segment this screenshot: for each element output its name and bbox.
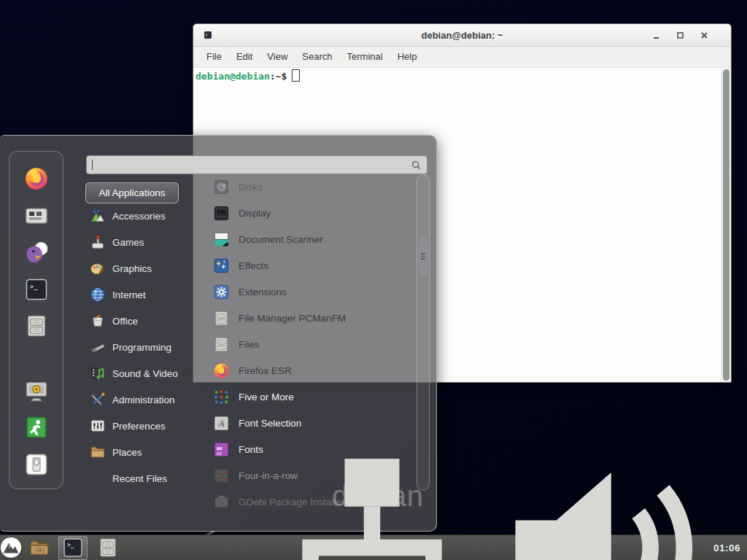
places-icon: [90, 444, 106, 460]
screen: debian debian@debian: ~ FileEditViewSear…: [0, 0, 747, 560]
graphics-icon: [90, 260, 106, 276]
minimize-button[interactable]: [651, 31, 661, 40]
category-accessories[interactable]: Accessories: [85, 203, 209, 229]
search-box: [86, 155, 427, 174]
favorite-file-manager[interactable]: [23, 314, 50, 339]
maximize-button[interactable]: [676, 31, 685, 40]
favorite-lock-screen[interactable]: [23, 378, 50, 404]
search-icon: [411, 160, 422, 171]
display-icon: [213, 205, 230, 222]
favorites-panel: >_: [9, 151, 63, 489]
category-all-applications[interactable]: All Applications: [85, 182, 179, 203]
system-tray: 01:06: [263, 438, 747, 560]
accessories-icon: [90, 208, 106, 224]
internet-icon: [90, 287, 106, 303]
category-games[interactable]: Games: [85, 229, 209, 255]
screensaver-icon: [24, 378, 49, 403]
games-icon: [90, 234, 106, 250]
folder-icon: [D]: [28, 537, 50, 559]
svg-text:aa: aa: [217, 450, 222, 456]
gdebi-icon: [213, 494, 230, 510]
category-programming[interactable]: Programming: [85, 334, 209, 360]
favorite-software[interactable]: [23, 203, 50, 229]
app-disks[interactable]: Disks: [206, 174, 410, 200]
terminal-menu-item[interactable]: File: [199, 47, 229, 67]
menu-button-icon: [0, 537, 22, 559]
svg-text:A: A: [218, 419, 225, 429]
terminal-titlebar[interactable]: debian@debian: ~: [193, 24, 731, 47]
app-firefox-esr[interactable]: Firefox ESR: [206, 357, 410, 384]
document-scanner-icon: [213, 231, 230, 248]
terminal-menubar: FileEditViewSearchTerminalHelp: [193, 47, 731, 68]
terminal-prompt: debian@debian:~$: [196, 69, 300, 83]
category-recent-files[interactable]: Recent Files: [85, 465, 209, 491]
category-internet[interactable]: Internet: [85, 281, 209, 308]
app-display[interactable]: Display: [206, 200, 410, 226]
svg-text:>_: >_: [67, 541, 74, 548]
svg-text:>_: >_: [29, 281, 38, 289]
category-office[interactable]: Office: [85, 308, 209, 334]
favorite-pidgin[interactable]: [23, 240, 50, 265]
four-in-a-row-icon: [213, 467, 230, 484]
terminal-icon: >_: [24, 277, 49, 302]
app-font-selection[interactable]: A Font Selection: [206, 410, 410, 436]
preferences-icon: [90, 418, 106, 434]
prompt-path: :~$: [270, 71, 287, 82]
category-preferences[interactable]: Preferences: [85, 413, 209, 439]
taskbar-menu-button[interactable]: [0, 537, 22, 559]
terminal-menu-item[interactable]: Terminal: [340, 47, 390, 67]
category-graphics[interactable]: Graphics: [85, 255, 209, 281]
disks-icon: [213, 179, 230, 195]
category-sound-video[interactable]: Sound & Video: [85, 360, 209, 386]
terminal-window-title: debian@debian: ~: [193, 30, 731, 41]
terminal-menu-item[interactable]: Search: [295, 47, 339, 67]
sound-video-icon: [90, 365, 106, 381]
file-cabinet-icon: [213, 336, 230, 353]
terminal-menu-item[interactable]: Help: [390, 47, 425, 67]
taskbar-launchers: [D] >_: [0, 536, 119, 560]
file-cabinet-icon: [97, 537, 119, 559]
app-document-scanner[interactable]: Document Scanner: [206, 226, 410, 252]
programming-icon: [90, 339, 106, 355]
taskbar-file-manager[interactable]: [D]: [28, 537, 50, 559]
file-cabinet-icon: [213, 310, 230, 327]
terminal-cursor: [292, 69, 300, 82]
category-places[interactable]: Places: [85, 439, 209, 465]
search-input[interactable]: [93, 156, 411, 174]
app-files[interactable]: Files: [206, 331, 410, 357]
svg-text:[D]: [D]: [35, 547, 45, 553]
firefox-icon: [24, 166, 49, 191]
category-list: Accessories Games Graphics Internet Offi…: [85, 203, 209, 491]
software-icon: [24, 203, 49, 228]
terminal-menu-item[interactable]: View: [260, 47, 295, 67]
clock[interactable]: 01:06: [713, 542, 740, 553]
app-file-manager-pcmanfm[interactable]: File Manager PCManFM: [206, 305, 410, 331]
taskbar-files[interactable]: [97, 537, 119, 559]
prompt-user-host: debian@debian: [196, 71, 270, 82]
favorite-firefox[interactable]: [23, 166, 50, 192]
favorite-logout[interactable]: [23, 415, 50, 440]
app-five-or-more[interactable]: Five or More: [206, 384, 410, 410]
terminal-scrollbar-thumb[interactable]: [723, 69, 729, 381]
taskbar-terminal-window[interactable]: >_: [58, 536, 88, 560]
close-button[interactable]: [700, 31, 709, 40]
network-icon[interactable]: [263, 438, 481, 560]
font-selection-icon: A: [213, 415, 230, 432]
shutdown-icon: [24, 452, 49, 477]
pidgin-icon: [24, 240, 49, 265]
terminal-scrollbar[interactable]: [721, 68, 731, 382]
fonts-icon: aaaa: [213, 441, 230, 458]
office-icon: [90, 313, 106, 329]
application-list-scrollbar-thumb[interactable]: [419, 237, 427, 276]
effects-icon: [213, 257, 230, 274]
administration-icon: [90, 392, 106, 408]
file-cabinet-icon: [24, 314, 49, 338]
favorite-shutdown[interactable]: [23, 452, 50, 478]
category-administration[interactable]: Administration: [85, 386, 209, 413]
app-extensions[interactable]: Extensions: [206, 279, 410, 305]
extensions-icon: [213, 284, 230, 300]
volume-icon[interactable]: [488, 438, 707, 560]
app-effects[interactable]: Effects: [206, 252, 410, 279]
terminal-menu-item[interactable]: Edit: [229, 47, 260, 67]
favorite-terminal[interactable]: >_: [23, 277, 50, 303]
